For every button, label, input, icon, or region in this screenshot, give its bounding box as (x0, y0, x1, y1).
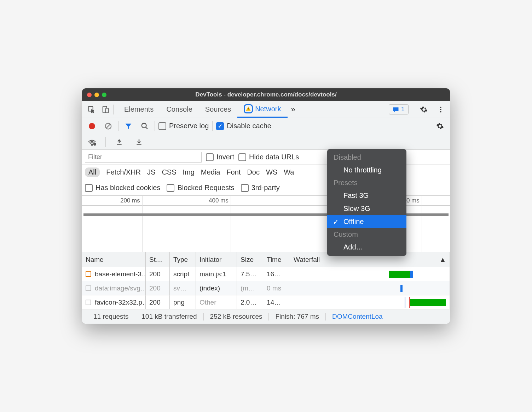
image-file-icon (86, 300, 91, 305)
check-icon: ✓ (333, 218, 339, 226)
network-conditions-icon[interactable] (86, 136, 98, 148)
minimize-window-button[interactable] (94, 93, 99, 97)
table-row[interactable]: favicon-32x32.p… 200 png Other 2.0… 14… (82, 295, 450, 310)
filter-wasm[interactable]: Wa (284, 168, 294, 176)
preserve-log-checkbox[interactable]: Preserve log (158, 122, 209, 130)
settings-icon[interactable] (417, 103, 430, 116)
clear-icon[interactable] (102, 120, 115, 133)
throttling-dropdown: Disabled No throttling Presets Fast 3G S… (327, 149, 406, 256)
col-initiator[interactable]: Initiator (196, 252, 237, 267)
panel-tabs: Elements Console Sources Network » (118, 101, 299, 118)
col-size[interactable]: Size (237, 252, 263, 267)
col-time[interactable]: Time (263, 252, 290, 267)
third-party-label: 3rd-party (251, 184, 280, 192)
filter-css[interactable]: CSS (162, 168, 176, 176)
tab-console[interactable]: Console (160, 101, 198, 118)
tab-network-label: Network (255, 105, 281, 113)
search-icon[interactable] (138, 120, 151, 133)
svg-point-6 (440, 109, 441, 110)
separator (155, 121, 155, 131)
tab-sources[interactable]: Sources (199, 101, 237, 118)
record-button[interactable] (86, 120, 98, 133)
device-toggle-icon[interactable] (99, 103, 112, 116)
dropdown-item-fast-3g[interactable]: Fast 3G (327, 189, 406, 202)
dropdown-section-disabled: Disabled (327, 151, 406, 164)
cell-waterfall (290, 295, 450, 309)
cell-name: data:image/svg… (95, 284, 146, 292)
svg-point-7 (440, 111, 441, 112)
blocked-cookies-label: Has blocked cookies (96, 184, 160, 192)
inspect-element-icon[interactable] (85, 103, 98, 116)
col-status[interactable]: St… (146, 252, 170, 267)
separator (113, 105, 114, 114)
separator (118, 121, 118, 131)
blocked-requests-checkbox[interactable]: Blocked Requests (167, 184, 234, 192)
svg-point-10 (142, 123, 146, 128)
filter-doc[interactable]: Doc (247, 168, 260, 176)
filter-ws[interactable]: WS (266, 168, 277, 176)
cell-status: 200 (146, 281, 170, 295)
checkbox-unchecked-icon (158, 122, 166, 130)
tab-elements[interactable]: Elements (118, 101, 160, 118)
filter-font[interactable]: Font (226, 168, 241, 176)
checkbox-unchecked-icon (241, 184, 249, 192)
domcontentloaded-marker (405, 297, 405, 308)
cell-name: base-element-3… (95, 270, 146, 278)
cell-waterfall (290, 267, 450, 281)
col-type[interactable]: Type (170, 252, 196, 267)
more-menu-icon[interactable] (434, 103, 447, 116)
table-row[interactable]: data:image/svg… 200 sv… (index) (m… 0 ms (82, 281, 450, 295)
messages-button[interactable]: 1 (389, 104, 409, 114)
waterfall-bar (410, 299, 446, 306)
cell-initiator[interactable]: (index) (200, 284, 220, 292)
dropdown-item-no-throttling[interactable]: No throttling (327, 164, 406, 177)
import-har-icon[interactable] (113, 136, 126, 148)
tabs-row: Elements Console Sources Network » 1 (82, 101, 450, 118)
more-tabs-button[interactable]: » (288, 105, 299, 114)
filter-all[interactable]: All (85, 167, 100, 177)
cell-name: favicon-32x32.p… (95, 299, 146, 306)
export-har-icon[interactable] (133, 136, 145, 148)
hide-data-urls-checkbox[interactable]: Hide data URLs (238, 153, 299, 161)
disable-cache-checkbox[interactable]: ✓ Disable cache (216, 122, 271, 130)
tick-label: 400 ms (209, 197, 229, 204)
filter-icon[interactable] (122, 120, 135, 133)
devtools-window: DevTools - developer.chrome.com/docs/dev… (82, 88, 450, 324)
titlebar: DevTools - developer.chrome.com/docs/dev… (82, 88, 450, 101)
sort-indicator-icon: ▲ (439, 256, 446, 264)
dropdown-item-slow-3g[interactable]: Slow 3G (327, 202, 406, 215)
network-settings-icon[interactable] (434, 120, 446, 133)
waterfall-bar (410, 271, 413, 278)
table-row[interactable]: base-element-3… 200 script main.js:1 7.5… (82, 267, 450, 281)
status-finish: Finish: 767 ms (269, 313, 326, 320)
close-window-button[interactable] (87, 93, 92, 97)
filter-fetch[interactable]: Fetch/XHR (106, 168, 141, 176)
blocked-cookies-checkbox[interactable]: Has blocked cookies (85, 184, 160, 192)
invert-checkbox[interactable]: Invert (206, 153, 234, 161)
cell-size: 7.5… (237, 267, 263, 281)
filter-media[interactable]: Media (201, 168, 220, 176)
third-party-checkbox[interactable]: 3rd-party (241, 184, 280, 192)
filter-img[interactable]: Img (183, 168, 195, 176)
warning-icon (244, 104, 253, 113)
waterfall-bar (400, 285, 403, 292)
col-name[interactable]: Name (82, 252, 146, 267)
tab-network[interactable]: Network (237, 101, 287, 118)
cell-type: script (170, 267, 196, 281)
maximize-window-button[interactable] (102, 93, 106, 97)
svg-rect-15 (137, 144, 141, 145)
filter-input[interactable] (85, 152, 202, 163)
messages-count: 1 (401, 106, 405, 113)
cell-time: 0 ms (263, 281, 290, 295)
status-bar: 11 requests 101 kB transferred 252 kB re… (82, 310, 450, 324)
hide-data-urls-label: Hide data URLs (249, 153, 299, 161)
cell-initiator[interactable]: main.js:1 (200, 270, 226, 278)
dropdown-item-offline[interactable]: ✓ Offline (327, 215, 406, 228)
checkbox-unchecked-icon (206, 153, 214, 161)
status-resources: 252 kB resources (204, 313, 269, 320)
filter-js[interactable]: JS (147, 168, 155, 176)
dropdown-item-add[interactable]: Add… (327, 241, 406, 254)
cell-size: (m… (237, 281, 263, 295)
svg-rect-4 (248, 110, 248, 110)
network-toolbar: Preserve log ✓ Disable cache (82, 118, 450, 134)
